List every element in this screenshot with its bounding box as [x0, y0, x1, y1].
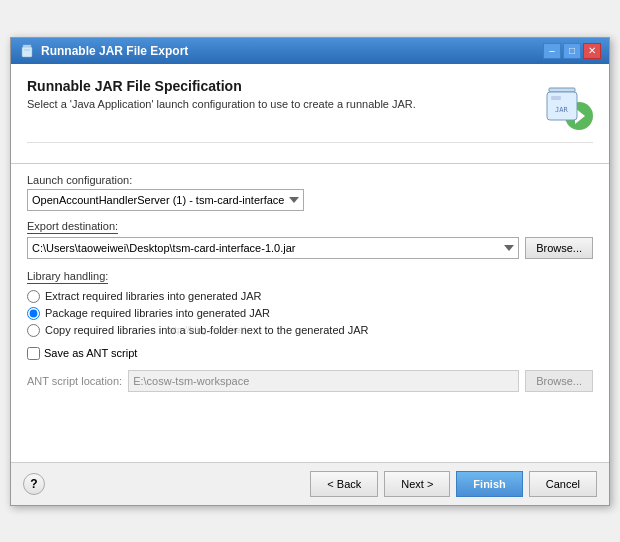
svg-rect-2 — [24, 49, 30, 51]
svg-rect-7 — [551, 96, 561, 100]
svg-rect-5 — [549, 88, 575, 92]
library-radio-3[interactable] — [27, 324, 40, 337]
footer-left: ? — [23, 473, 45, 495]
library-handling-label: Library handling: — [27, 270, 108, 284]
ant-script-location-label: ANT script location: — [27, 375, 122, 387]
title-bar: Runnable JAR File Export – □ ✕ — [11, 38, 609, 64]
export-dest-row: C:\Users\taoweiwei\Desktop\tsm-card-inte… — [27, 237, 593, 259]
next-button[interactable]: Next > — [384, 471, 450, 497]
maximize-button[interactable]: □ — [563, 43, 581, 59]
form-area: Launch configuration: OpenAccountHandler… — [11, 164, 609, 402]
launch-config-label: Launch configuration: — [27, 174, 593, 186]
export-dest-browse-button[interactable]: Browse... — [525, 237, 593, 259]
main-window: Runnable JAR File Export – □ ✕ Runnable … — [10, 37, 610, 506]
footer: ? < Back Next > Finish Cancel — [11, 462, 609, 505]
section-title: Runnable JAR File Specification — [27, 78, 416, 94]
ant-script-browse-button: Browse... — [525, 370, 593, 392]
library-handling-section: Library handling: Extract required libra… — [27, 269, 593, 337]
window-title: Runnable JAR File Export — [41, 44, 188, 58]
help-button[interactable]: ? — [23, 473, 45, 495]
finish-button[interactable]: Finish — [456, 471, 522, 497]
svg-rect-1 — [22, 47, 32, 57]
ant-script-checkbox-label[interactable]: Save as ANT script — [44, 347, 137, 359]
library-option-3: Copy required libraries into a sub-folde… — [27, 324, 593, 337]
export-dest-field: Export destination: C:\Users\taoweiwei\D… — [27, 219, 593, 259]
bottom-spacer — [11, 402, 609, 462]
header-text: Runnable JAR File Specification Select a… — [27, 78, 416, 122]
svg-rect-0 — [23, 45, 31, 47]
library-radio-1[interactable] — [27, 290, 40, 303]
cancel-button[interactable]: Cancel — [529, 471, 597, 497]
header-content: Runnable JAR File Specification Select a… — [27, 78, 593, 143]
launch-config-field: Launch configuration: OpenAccountHandler… — [27, 174, 593, 211]
library-option-3-label[interactable]: Copy required libraries into a sub-folde… — [45, 324, 368, 336]
svg-text:JAR: JAR — [555, 106, 568, 114]
header-section: Runnable JAR File Specification Select a… — [11, 64, 609, 164]
library-option-2-label[interactable]: Package required libraries into generate… — [45, 307, 270, 319]
ant-checkbox-container: Save as ANT script — [27, 347, 137, 360]
jar-illustration-icon: JAR — [541, 78, 593, 130]
export-dest-label: Export destination: — [27, 220, 118, 234]
title-bar-buttons: – □ ✕ — [543, 43, 601, 59]
library-option-1-label[interactable]: Extract required libraries into generate… — [45, 290, 261, 302]
close-button[interactable]: ✕ — [583, 43, 601, 59]
title-bar-left: Runnable JAR File Export — [19, 43, 188, 59]
ant-script-location-row: ANT script location: Browse... — [27, 370, 593, 392]
ant-script-location-input — [128, 370, 519, 392]
footer-right: < Back Next > Finish Cancel — [310, 471, 597, 497]
library-option-1: Extract required libraries into generate… — [27, 290, 593, 303]
ant-script-row: Save as ANT script — [27, 347, 593, 360]
export-dest-dropdown[interactable]: C:\Users\taoweiwei\Desktop\tsm-card-inte… — [27, 237, 519, 259]
section-desc: Select a 'Java Application' launch confi… — [27, 98, 416, 110]
back-button[interactable]: < Back — [310, 471, 378, 497]
library-option-2: Package required libraries into generate… — [27, 307, 593, 320]
launch-config-dropdown[interactable]: OpenAccountHandlerServer (1) - tsm-card-… — [27, 189, 304, 211]
window-icon — [19, 43, 35, 59]
minimize-button[interactable]: – — [543, 43, 561, 59]
library-radio-2[interactable] — [27, 307, 40, 320]
ant-script-checkbox[interactable] — [27, 347, 40, 360]
